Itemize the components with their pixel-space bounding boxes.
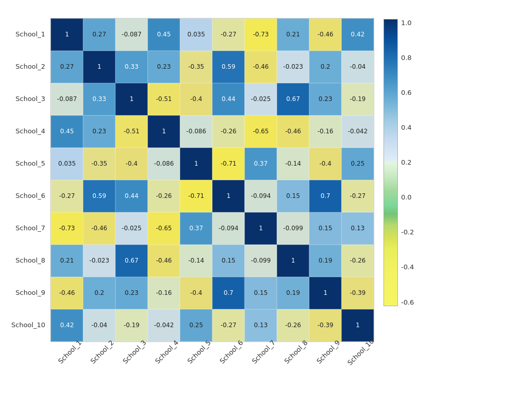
heatmap-cell: -0.46 [245,51,277,83]
heatmap-cell: 1 [148,115,180,148]
heatmap-cell: 1 [245,212,277,245]
heatmap-cell: -0.087 [51,83,83,115]
y-label: School_1 [11,18,48,50]
colorbar-tick: -0.4 [401,263,414,271]
x-label: School_9 [315,338,341,365]
colorbar: 1.00.80.60.40.20.0-0.2-0.4-0.6 [383,19,414,306]
heatmap-cell: 0.7 [309,180,341,212]
y-label: School_10 [11,309,48,341]
chart-container: School_1School_2School_3School_4School_5… [11,8,514,413]
x-label: School_5 [186,338,212,365]
heatmap-cell: -0.086 [180,115,212,148]
heatmap-cell: 1 [341,309,374,342]
heatmap-cell: 0.13 [245,309,277,342]
heatmap-cell: 0.23 [309,83,341,115]
heatmap-cell: 0.59 [83,180,115,212]
y-label: School_8 [11,244,48,276]
heatmap-cell: 0.42 [51,309,83,342]
heatmap-cell: 1 [115,83,148,115]
heatmap-cell: 1 [83,51,115,83]
heatmap-cell: -0.094 [245,180,277,212]
heatmap-cell: -0.19 [115,309,148,342]
heatmap-cell: -0.16 [148,277,180,309]
heatmap-cell: -0.025 [115,212,148,245]
x-label: School_3 [121,338,148,365]
y-label: School_2 [11,50,48,83]
heatmap-cell: -0.023 [277,51,309,83]
heatmap-cell: -0.26 [341,245,374,277]
heatmap-cell: -0.46 [277,115,309,148]
heatmap-cell: -0.16 [309,115,341,148]
x-label: School_4 [153,338,180,365]
heatmap-cell: -0.14 [180,245,212,277]
x-label: School_7 [250,338,277,365]
heatmap-grid: 10.27-0.0870.450.035-0.27-0.730.21-0.460… [50,18,374,342]
heatmap-cell: 0.44 [115,180,148,212]
y-label: School_9 [11,276,48,309]
heatmap-cell: 1 [180,148,212,180]
heatmap-cell: 0.37 [245,148,277,180]
heatmap-cell: -0.46 [51,277,83,309]
y-label: School_4 [11,115,48,147]
heatmap-cell: -0.099 [277,212,309,245]
heatmap-cell: -0.14 [277,148,309,180]
colorbar-tick: 0.4 [401,124,414,131]
colorbar-tick: -0.2 [401,228,414,236]
chart-body: School_1School_2School_3School_4School_5… [11,18,514,357]
heatmap-cell: 0.67 [277,83,309,115]
heatmap-cell: -0.023 [83,245,115,277]
heatmap-cell: 0.2 [309,51,341,83]
heatmap-cell: 0.27 [83,18,115,51]
heatmap-cell: -0.4 [115,148,148,180]
colorbar-tick: 0.0 [401,193,414,201]
heatmap-cell: -0.39 [309,309,341,342]
heatmap-cell: -0.042 [341,115,374,148]
colorbar-labels: 1.00.80.60.40.20.0-0.2-0.4-0.6 [401,19,414,306]
heatmap-cell: -0.35 [180,51,212,83]
colorbar-tick: 0.2 [401,158,414,166]
heatmap-cell: 0.42 [341,18,374,51]
heatmap-cell: 0.37 [180,212,212,245]
heatmap-cell: 0.15 [309,212,341,245]
colorbar-tick: 0.8 [401,54,414,62]
heatmap-cell: -0.35 [83,148,115,180]
heatmap-cell: -0.39 [341,277,374,309]
heatmap-cell: 0.19 [309,245,341,277]
heatmap-cell: 1 [51,18,83,51]
heatmap-cell: -0.27 [212,309,245,342]
heatmap-cell: -0.26 [212,115,245,148]
heatmap-cell: -0.4 [180,83,212,115]
y-labels: School_1School_2School_3School_4School_5… [11,18,48,341]
colorbar-tick: 0.6 [401,89,414,96]
colorbar-tick: -0.6 [401,298,414,306]
heatmap-cell: -0.27 [51,180,83,212]
heatmap-cell: -0.71 [180,180,212,212]
heatmap-cell: 0.44 [212,83,245,115]
heatmap-cell: -0.087 [115,18,148,51]
heatmap-cell: 1 [309,277,341,309]
colorbar-tick: 1.0 [401,19,414,27]
heatmap-cell: -0.19 [341,83,374,115]
heatmap-cell: 0.33 [83,83,115,115]
heatmap-cell: -0.094 [212,212,245,245]
y-label: School_7 [11,212,48,244]
heatmap-cell: 0.25 [341,148,374,180]
heatmap-cell: 0.15 [212,245,245,277]
heatmap-cell: -0.04 [341,51,374,83]
heatmap-cell: 0.035 [51,148,83,180]
x-label: School_8 [282,338,309,365]
heatmap-cell: -0.73 [51,212,83,245]
x-labels: School_1School_2School_3School_4School_5… [51,344,374,357]
heatmap-cell: -0.4 [309,148,341,180]
heatmap-cell: -0.4 [180,277,212,309]
heatmap-cell: 0.59 [212,51,245,83]
heatmap-cell: -0.65 [245,115,277,148]
heatmap-cell: 1 [277,245,309,277]
x-label: School_6 [218,338,245,365]
heatmap-cell: -0.51 [148,83,180,115]
heatmap-cell: -0.46 [83,212,115,245]
heatmap-cell: -0.27 [341,180,374,212]
heatmap-cell: -0.04 [83,309,115,342]
heatmap-cell: -0.042 [148,309,180,342]
heatmap-cell: -0.26 [148,180,180,212]
